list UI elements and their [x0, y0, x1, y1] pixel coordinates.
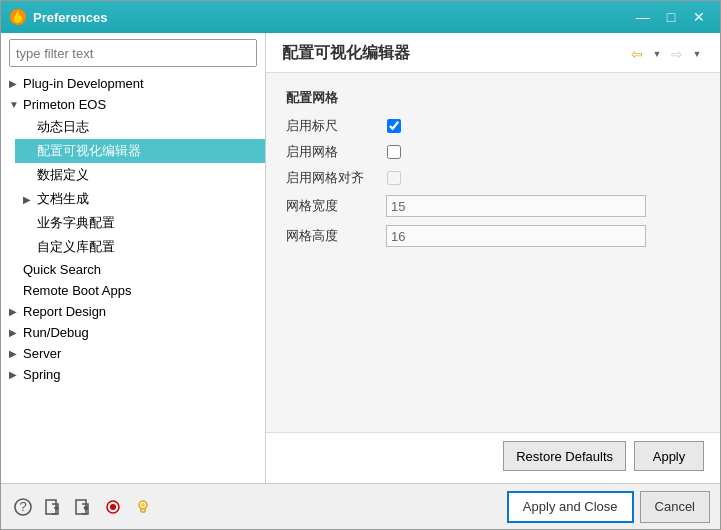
tree-item-dynamic-log[interactable]: 动态日志 — [15, 115, 265, 139]
tree-view: ▶ Plug-in Development ▼ Primeton EOS 动态日… — [1, 73, 265, 483]
checkbox-enable-grid[interactable] — [387, 145, 401, 159]
expand-arrow: ▶ — [9, 348, 23, 359]
window-controls: — □ ✕ — [630, 6, 712, 28]
export-icon-button[interactable] — [71, 495, 95, 519]
form-row-grid-height: 网格高度 — [286, 225, 700, 247]
tree-item-report-design[interactable]: ▶ Report Design — [1, 301, 265, 322]
tree-item-label: Run/Debug — [23, 325, 89, 340]
app-icon — [9, 8, 27, 26]
window-title: Preferences — [33, 10, 630, 25]
left-panel: ▶ Plug-in Development ▼ Primeton EOS 动态日… — [1, 33, 266, 483]
help-icon-button[interactable]: ? — [11, 495, 35, 519]
form-row-enable-ruler: 启用标尺 — [286, 117, 700, 135]
tree-item-primeton-eos[interactable]: ▼ Primeton EOS — [1, 94, 265, 115]
svg-point-8 — [141, 503, 145, 507]
tree-item-label: 数据定义 — [37, 166, 89, 184]
help-icon: ? — [14, 498, 32, 516]
apply-button[interactable]: Apply — [634, 441, 704, 471]
record-icon — [104, 498, 122, 516]
tree-item-label: 动态日志 — [37, 118, 89, 136]
tree-item-label: Spring — [23, 367, 61, 382]
footer-bar: ? — [1, 483, 720, 529]
tree-item-doc-gen[interactable]: ▶ 文档生成 — [15, 187, 265, 211]
tree-item-label: 配置可视化编辑器 — [37, 142, 141, 160]
tree-item-run-debug[interactable]: ▶ Run/Debug — [1, 322, 265, 343]
tree-item-label: Server — [23, 346, 61, 361]
expand-arrow: ▶ — [9, 369, 23, 380]
tree-item-spring[interactable]: ▶ Spring — [1, 364, 265, 385]
form-row-enable-grid: 启用网格 — [286, 143, 700, 161]
bulb-icon-button[interactable] — [131, 495, 155, 519]
tree-item-biz-dict[interactable]: 业务字典配置 — [15, 211, 265, 235]
right-body: 配置网格 启用标尺 启用网格 启用网格对齐 — [266, 73, 720, 432]
tree-item-plug-in-dev[interactable]: ▶ Plug-in Development — [1, 73, 265, 94]
input-grid-width[interactable] — [386, 195, 646, 217]
expand-arrow: ▼ — [9, 99, 23, 110]
right-header: 配置可视化编辑器 ⇦ ▼ ⇨ ▼ — [266, 33, 720, 73]
preferences-window: Preferences — □ ✕ ▶ Plug-in Development … — [0, 0, 721, 530]
restore-defaults-button[interactable]: Restore Defaults — [503, 441, 626, 471]
bulb-icon — [134, 498, 152, 516]
nav-back-button[interactable]: ⇦ — [626, 44, 648, 64]
tree-item-label: Primeton EOS — [23, 97, 106, 112]
cancel-button[interactable]: Cancel — [640, 491, 710, 523]
svg-rect-3 — [46, 500, 56, 514]
nav-back-dropdown[interactable]: ▼ — [650, 44, 664, 64]
svg-point-6 — [110, 504, 116, 510]
form-row-grid-width: 网格宽度 — [286, 195, 700, 217]
section-title: 配置网格 — [286, 89, 700, 107]
field-label-enable-grid: 启用网格 — [286, 143, 376, 161]
expand-arrow: ▶ — [9, 306, 23, 317]
tree-item-quick-search[interactable]: Quick Search — [1, 259, 265, 280]
checkbox-enable-ruler[interactable] — [387, 119, 401, 133]
export-icon — [74, 498, 92, 516]
expand-arrow: ▶ — [9, 78, 23, 89]
field-label-enable-ruler: 启用标尺 — [286, 117, 376, 135]
panel-action-buttons: Restore Defaults Apply — [266, 432, 720, 483]
tree-item-label: 文档生成 — [37, 190, 89, 208]
field-label-grid-width: 网格宽度 — [286, 197, 376, 215]
import-icon-button[interactable] — [41, 495, 65, 519]
import-icon — [44, 498, 62, 516]
tree-item-label: Plug-in Development — [23, 76, 144, 91]
tree-item-label: 业务字典配置 — [37, 214, 115, 232]
minimize-button[interactable]: — — [630, 6, 656, 28]
maximize-button[interactable]: □ — [658, 6, 684, 28]
title-bar: Preferences — □ ✕ — [1, 1, 720, 33]
tree-item-config-editor[interactable]: 配置可视化编辑器 — [15, 139, 265, 163]
main-content: ▶ Plug-in Development ▼ Primeton EOS 动态日… — [1, 33, 720, 483]
form-row-enable-grid-align: 启用网格对齐 — [286, 169, 700, 187]
close-button[interactable]: ✕ — [686, 6, 712, 28]
svg-text:?: ? — [19, 499, 26, 514]
nav-forward-dropdown[interactable]: ▼ — [690, 44, 704, 64]
tree-item-label: Report Design — [23, 304, 106, 319]
right-panel: 配置可视化编辑器 ⇦ ▼ ⇨ ▼ 配置网格 启用标尺 — [266, 33, 720, 483]
tree-item-label: Remote Boot Apps — [23, 283, 131, 298]
panel-title: 配置可视化编辑器 — [282, 43, 410, 64]
record-icon-button[interactable] — [101, 495, 125, 519]
nav-forward-button[interactable]: ⇨ — [666, 44, 688, 64]
tree-group-primeton: 动态日志 配置可视化编辑器 数据定义 ▶ 文档生成 — [15, 115, 265, 259]
footer-left-icons: ? — [11, 495, 507, 519]
tree-item-label: 自定义库配置 — [37, 238, 115, 256]
checkbox-wrapper-enable-grid-align[interactable] — [386, 170, 402, 186]
search-box[interactable] — [9, 39, 257, 67]
nav-buttons: ⇦ ▼ ⇨ ▼ — [626, 44, 704, 64]
input-grid-height[interactable] — [386, 225, 646, 247]
search-input[interactable] — [10, 40, 256, 66]
expand-arrow: ▶ — [23, 194, 37, 205]
tree-item-custom-lib[interactable]: 自定义库配置 — [15, 235, 265, 259]
tree-item-remote-boot[interactable]: Remote Boot Apps — [1, 280, 265, 301]
tree-item-data-def[interactable]: 数据定义 — [15, 163, 265, 187]
footer-right-buttons: Apply and Close Cancel — [507, 491, 710, 523]
apply-close-button[interactable]: Apply and Close — [507, 491, 634, 523]
checkbox-wrapper-enable-grid[interactable] — [386, 144, 402, 160]
tree-item-server[interactable]: ▶ Server — [1, 343, 265, 364]
checkbox-wrapper-enable-ruler[interactable] — [386, 118, 402, 134]
checkbox-enable-grid-align[interactable] — [387, 171, 401, 185]
tree-item-label: Quick Search — [23, 262, 101, 277]
field-label-grid-height: 网格高度 — [286, 227, 376, 245]
field-label-enable-grid-align: 启用网格对齐 — [286, 169, 376, 187]
expand-arrow: ▶ — [9, 327, 23, 338]
